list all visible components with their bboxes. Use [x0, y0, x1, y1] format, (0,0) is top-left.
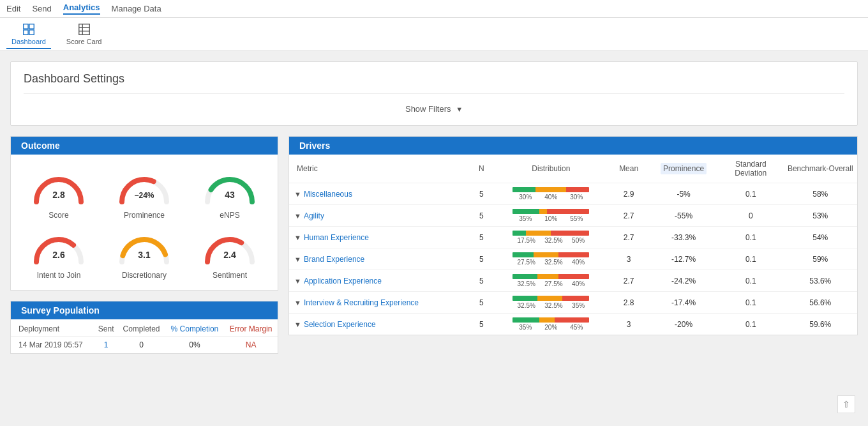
cell-mean: 2.7 [608, 270, 649, 292]
enps-label: eNPS [220, 211, 239, 220]
scorecard-label: Score Card [66, 38, 102, 45]
cell-mean: 3 [608, 314, 649, 335]
metric-name-link[interactable]: Agility [304, 211, 324, 220]
metric-name-link[interactable]: Application Experience [304, 277, 382, 285]
gauge-intent-to-join: 2.6 Intent to Join [16, 225, 101, 285]
svg-text:3.1: 3.1 [138, 250, 151, 260]
cell-distribution: 30% 40% 30% [494, 183, 609, 205]
cell-prominence: -55% [649, 205, 718, 227]
metric-name-link[interactable]: Interview & Recruiting Experience [304, 298, 419, 307]
cell-deployment: 14 Mar 2019 05:57 [11, 337, 94, 354]
cell-std-dev: 0.1 [718, 314, 784, 335]
chevron-down-icon: ▼ [456, 105, 463, 113]
svg-text:2.8: 2.8 [52, 190, 65, 200]
dashboard-icon [22, 22, 36, 36]
col-distribution: Distribution [494, 155, 609, 183]
nav-edit[interactable]: Edit [6, 4, 20, 13]
cell-prominence: -12.7% [649, 248, 718, 270]
cell-completed: 0 [118, 337, 165, 354]
metric-name-link[interactable]: Human Experience [304, 233, 369, 242]
cell-benchmark: 56.6% [784, 292, 857, 314]
icon-dashboard[interactable]: Dashboard [6, 20, 51, 49]
dashboard-label: Dashboard [11, 38, 46, 45]
cell-metric: ▼ Human Experience [289, 227, 469, 248]
svg-rect-3 [29, 29, 34, 34]
scorecard-icon [77, 22, 91, 36]
show-filters-button[interactable]: Show Filters ▼ [24, 100, 844, 118]
cell-std-dev: 0 [718, 205, 784, 227]
cell-metric: ▼ Agility [289, 205, 469, 227]
cell-benchmark: 54% [784, 227, 857, 248]
gauge-sentiment: 2.4 Sentiment [187, 225, 273, 285]
col-mean: Mean [608, 155, 649, 183]
svg-rect-2 [24, 29, 28, 34]
nav-send[interactable]: Send [32, 4, 51, 13]
cell-n: 5 [469, 270, 493, 292]
gauge-prominence: −24% Prominence [101, 165, 187, 225]
cell-prominence: -5% [649, 183, 718, 205]
col-sent: Sent [94, 319, 118, 337]
cell-benchmark: 59% [784, 248, 857, 270]
cell-sent[interactable]: 1 [94, 337, 118, 354]
cell-distribution: 35% 20% 45% [494, 314, 609, 335]
top-navigation: Edit Send Analytics Manage Data [0, 0, 868, 18]
svg-text:2.6: 2.6 [52, 250, 65, 260]
cell-mean: 2.7 [608, 205, 649, 227]
col-metric: Metric [289, 155, 469, 183]
cell-n: 5 [469, 292, 493, 314]
cell-n: 5 [469, 227, 493, 248]
table-row: ▼ Selection Experience5 35% 20% 45% 3-20… [289, 314, 857, 335]
outcome-header: Outcome [11, 137, 278, 155]
cell-std-dev: 0.1 [718, 270, 784, 292]
svg-text:2.4: 2.4 [223, 250, 236, 260]
cell-error-margin: NA [224, 337, 278, 354]
gauges-grid: 2.8 Score −24% Prominence [11, 155, 278, 290]
nav-analytics[interactable]: Analytics [63, 3, 100, 15]
content-columns: Outcome 2.8 Score [10, 136, 858, 354]
dashboard-settings-title: Dashboard Settings [24, 72, 844, 86]
metric-name-link[interactable]: Miscellaneous [304, 190, 352, 199]
cell-distribution: 32.5% 32.5% 35% [494, 292, 609, 314]
intent-to-join-label: Intent to Join [37, 271, 81, 280]
icon-scorecard[interactable]: Score Card [61, 20, 107, 49]
cell-std-dev: 0.1 [718, 227, 784, 248]
enps-gauge-svg: 43 [201, 170, 258, 208]
survey-population-header: Survey Population [11, 301, 278, 319]
cell-metric: ▼ Interview & Recruiting Experience [289, 292, 469, 314]
cell-prominence: -33.3% [649, 227, 718, 248]
table-row: 14 Mar 2019 05:57 1 0 0% NA [11, 337, 278, 354]
cell-std-dev: 0.1 [718, 183, 784, 205]
cell-prominence: -17.4% [649, 292, 718, 314]
col-benchmark: Benchmark-Overall [784, 155, 857, 183]
cell-distribution: 17.5% 32.5% 50% [494, 227, 609, 248]
svg-rect-0 [24, 24, 28, 28]
prominence-gauge-svg: −24% [116, 170, 173, 208]
cell-n: 5 [469, 314, 493, 335]
drivers-header: Drivers [289, 137, 857, 155]
metric-name-link[interactable]: Selection Experience [304, 320, 376, 329]
cell-metric: ▼ Application Experience [289, 270, 469, 292]
prominence-label: Prominence [124, 211, 165, 220]
col-n: N [469, 155, 493, 183]
cell-n: 5 [469, 205, 493, 227]
col-pct-completion: % Completion [165, 319, 225, 337]
score-label: Score [49, 211, 68, 220]
svg-rect-4 [79, 24, 89, 34]
score-gauge-svg: 2.8 [30, 170, 87, 208]
drivers-table: Metric N Distribution Mean Prominence St… [289, 155, 857, 335]
discretionary-gauge-svg: 3.1 [116, 230, 173, 268]
nav-manage-data[interactable]: Manage Data [112, 4, 161, 13]
cell-benchmark: 58% [784, 183, 857, 205]
col-deployment: Deployment [11, 319, 94, 337]
cell-benchmark: 53.6% [784, 270, 857, 292]
gauge-discretionary: 3.1 Discretionary [101, 225, 187, 285]
main-content: Dashboard Settings Show Filters ▼ Outcom… [0, 51, 868, 364]
dashboard-settings-box: Dashboard Settings Show Filters ▼ [10, 61, 858, 126]
cell-distribution: 32.5% 27.5% 40% [494, 270, 609, 292]
cell-mean: 2.8 [608, 292, 649, 314]
metric-name-link[interactable]: Brand Experience [304, 255, 364, 264]
cell-std-dev: 0.1 [718, 292, 784, 314]
table-row: ▼ Agility5 35% 10% 55% 2.7-55%053% [289, 205, 857, 227]
cell-benchmark: 59.6% [784, 314, 857, 335]
gauge-enps: 43 eNPS [187, 165, 273, 225]
